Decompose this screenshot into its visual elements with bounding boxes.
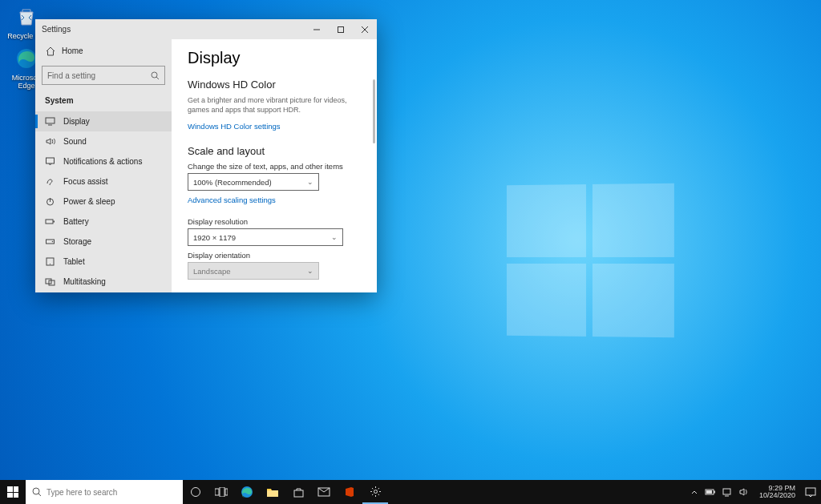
svg-rect-25	[225, 489, 228, 495]
window-title: Settings	[35, 25, 305, 34]
scrollbar[interactable]	[373, 79, 375, 224]
display-icon	[45, 116, 55, 127]
power-icon	[45, 196, 55, 207]
svg-line-21	[38, 494, 41, 496]
focus-assist-icon	[45, 176, 55, 187]
sidebar-item-focus-assist[interactable]: Focus assist	[35, 171, 172, 192]
taskbar-file-explorer[interactable]	[260, 480, 285, 504]
titlebar[interactable]: Settings	[35, 19, 377, 39]
hd-color-heading: Windows HD Color	[188, 79, 361, 91]
advanced-scaling-link[interactable]: Advanced scaling settings	[188, 196, 276, 204]
category-label: System	[35, 91, 172, 111]
home-label: Home	[62, 46, 83, 55]
page-title: Display	[188, 49, 361, 67]
sidebar-item-display[interactable]: Display	[35, 111, 172, 131]
resolution-select[interactable]: 1920 × 1179 ⌄	[188, 228, 343, 246]
svg-rect-23	[215, 489, 219, 495]
svg-rect-28	[294, 490, 303, 497]
hd-color-settings-link[interactable]: Windows HD Color settings	[188, 122, 281, 131]
svg-rect-24	[220, 487, 224, 497]
scrollbar-thumb[interactable]	[373, 79, 375, 143]
clock-date: 10/24/2020	[759, 492, 795, 499]
search-icon	[32, 487, 42, 497]
sidebar-item-tablet[interactable]: Tablet	[35, 252, 172, 272]
sidebar-item-power-sleep[interactable]: Power & sleep	[35, 192, 172, 212]
resolution-value: 1920 × 1179	[193, 233, 236, 242]
taskbar-edge[interactable]	[234, 480, 260, 504]
maximize-button[interactable]	[329, 19, 353, 39]
tablet-icon	[45, 256, 55, 267]
system-tray: 9:29 PM 10/24/2020	[686, 480, 821, 504]
desktop: Recycle Bin Microsoft Edge Settings Home…	[0, 0, 821, 504]
svg-rect-34	[723, 489, 730, 494]
taskbar: Type here to search 9:29 PM 10/24/2020	[0, 480, 821, 504]
close-button[interactable]	[353, 19, 377, 39]
hd-color-description: Get a brighter and more vibrant picture …	[188, 95, 361, 115]
svg-point-5	[152, 72, 157, 78]
svg-rect-7	[46, 118, 55, 123]
battery-icon	[45, 216, 55, 227]
taskbar-store[interactable]	[285, 480, 311, 504]
tray-network-icon[interactable]	[722, 488, 733, 497]
scale-heading: Scale and layout	[188, 145, 361, 157]
settings-content: Display Windows HD Color Get a brighter …	[172, 39, 377, 292]
svg-rect-12	[46, 220, 53, 224]
sidebar-item-notifications[interactable]: Notifications & actions	[35, 151, 172, 171]
multitasking-icon	[45, 276, 55, 287]
windows-icon	[7, 486, 18, 498]
taskbar-mail[interactable]	[311, 480, 337, 504]
svg-rect-32	[714, 491, 715, 494]
taskbar-clock[interactable]: 9:29 PM 10/24/2020	[756, 485, 799, 500]
nav-label: Multitasking	[63, 277, 106, 286]
search-input[interactable]: Find a setting	[42, 66, 165, 85]
chevron-down-icon: ⌄	[331, 233, 338, 241]
svg-rect-27	[267, 490, 278, 497]
tray-overflow-icon[interactable]	[690, 488, 698, 496]
chevron-down-icon: ⌄	[307, 267, 313, 275]
svg-rect-9	[47, 158, 55, 163]
scale-select[interactable]: 100% (Recommended) ⌄	[188, 173, 319, 191]
svg-point-30	[374, 490, 377, 493]
home-button[interactable]: Home	[35, 39, 172, 62]
nav-label: Display	[63, 117, 90, 126]
taskbar-office[interactable]	[337, 480, 362, 504]
wallpaper-windows-logo	[507, 183, 674, 338]
nav-label: Notifications & actions	[63, 157, 142, 166]
scale-label: Change the size of text, apps, and other…	[188, 162, 361, 171]
orientation-value: Landscape	[193, 267, 230, 276]
action-center-icon[interactable]	[805, 487, 816, 498]
svg-rect-36	[806, 488, 815, 495]
svg-point-20	[33, 488, 39, 494]
task-view-button[interactable]	[208, 480, 234, 504]
svg-rect-2	[338, 26, 344, 32]
nav-label: Tablet	[63, 257, 85, 266]
nav-label: Storage	[63, 237, 91, 246]
scale-value: 100% (Recommended)	[193, 178, 272, 187]
notifications-icon	[45, 156, 55, 167]
nav-label: Sound	[63, 137, 87, 146]
chevron-down-icon: ⌄	[307, 178, 313, 186]
taskbar-search-placeholder: Type here to search	[47, 488, 117, 497]
minimize-button[interactable]	[305, 19, 329, 39]
sidebar-item-sound[interactable]: Sound	[35, 131, 172, 151]
cortana-button[interactable]	[183, 480, 208, 504]
svg-point-17	[50, 264, 51, 264]
tray-battery-icon[interactable]	[705, 488, 716, 496]
nav-label: Battery	[63, 217, 89, 226]
sidebar-item-battery[interactable]: Battery	[35, 212, 172, 232]
search-icon	[151, 71, 160, 80]
taskbar-search[interactable]: Type here to search	[26, 480, 183, 504]
home-icon	[45, 46, 55, 56]
sidebar-item-storage[interactable]: Storage	[35, 232, 172, 252]
sidebar-item-multitasking[interactable]: Multitasking	[35, 272, 172, 292]
nav-list: Display Sound Notifications & actions Fo…	[35, 111, 172, 292]
tray-volume-icon[interactable]	[739, 487, 750, 497]
svg-point-22	[192, 488, 200, 497]
start-button[interactable]	[0, 480, 26, 504]
taskbar-settings[interactable]	[362, 480, 388, 504]
svg-point-15	[52, 241, 54, 243]
storage-icon	[45, 236, 55, 247]
search-placeholder: Find a setting	[47, 71, 151, 80]
svg-line-6	[156, 77, 159, 79]
sound-icon	[45, 136, 55, 147]
